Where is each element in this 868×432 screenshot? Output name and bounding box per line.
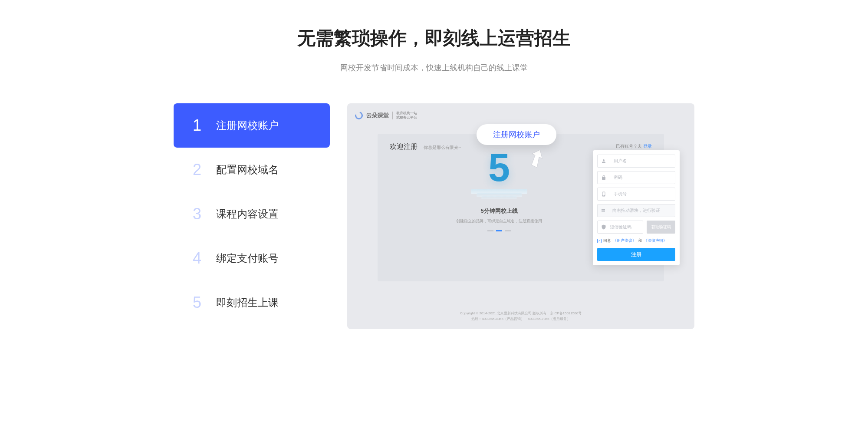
phone-input[interactable]: 手机号 — [597, 188, 675, 201]
slider-icon — [601, 208, 606, 213]
carousel-indicator — [487, 230, 511, 231]
user-agreement-link[interactable]: 《用户协议》 — [613, 238, 636, 244]
sms-code-input[interactable]: 短信验证码 — [597, 221, 643, 234]
step-2[interactable]: 2 配置网校域名 — [174, 148, 330, 192]
agreement-checkbox[interactable]: ✓ — [597, 239, 602, 243]
step-number: 2 — [191, 161, 203, 179]
legal-statement-link[interactable]: 《法律声明》 — [644, 238, 667, 244]
placeholder: 用户名 — [614, 158, 627, 164]
welcome-subtitle: 你总是那么有眼光~ — [424, 145, 461, 151]
step-number: 3 — [191, 205, 203, 223]
step-label: 注册网校账户 — [216, 119, 279, 132]
logo-tagline: 式服务云平台 — [396, 115, 417, 120]
shield-icon — [601, 224, 606, 230]
step-label: 即刻招生上课 — [216, 296, 279, 310]
preview-logo: 云朵课堂 教育机构一站 式服务云平台 — [355, 111, 417, 119]
steps-list: 1 注册网校账户 2 配置网校域名 3 课程内容设置 4 绑定支付账号 5 即刻… — [174, 103, 330, 329]
placeholder: 密码 — [614, 175, 622, 181]
password-input[interactable]: 密码 — [597, 171, 675, 184]
step-5[interactable]: 5 即刻招生上课 — [174, 280, 330, 325]
floating-tip-bubble: 注册网校账户 — [477, 124, 556, 145]
user-icon — [601, 158, 606, 164]
illustration-title: 5分钟网校上线 — [480, 207, 517, 215]
slider-text: 向右拖动滑块，进行验证 — [612, 208, 660, 214]
step-4[interactable]: 4 绑定支付账号 — [174, 236, 330, 280]
placeholder: 短信验证码 — [610, 224, 631, 230]
step-3[interactable]: 3 课程内容设置 — [174, 192, 330, 236]
step-1[interactable]: 1 注册网校账户 — [174, 103, 330, 148]
step-number: 1 — [191, 116, 203, 135]
page-title: 无需繁琐操作，即刻线上运营招生 — [0, 26, 868, 50]
step-number: 4 — [191, 249, 203, 267]
placeholder: 手机号 — [614, 191, 627, 197]
phone-icon — [601, 191, 606, 197]
lock-icon — [601, 175, 606, 180]
login-hint: 已有账号？去 登录 — [616, 143, 652, 149]
illustration-subtitle: 创建独立的品牌，可绑定自主域名，注册直接使用 — [456, 218, 542, 224]
step-label: 绑定支付账号 — [216, 251, 279, 265]
logo-text: 云朵课堂 — [366, 112, 393, 119]
register-button[interactable]: 注册 — [597, 248, 675, 261]
step-label: 课程内容设置 — [216, 207, 279, 221]
agreement-row: ✓ 同意 《用户协议》 和 《法律声明》 — [597, 238, 675, 244]
preview-panel: 云朵课堂 教育机构一站 式服务云平台 欢迎注册 你总是那么有眼光~ 已有账号？去… — [347, 103, 694, 329]
get-code-button[interactable]: 获取验证码 — [647, 221, 675, 234]
step-number: 5 — [191, 293, 203, 312]
page-subtitle: 网校开发节省时间成本，快速上线机构自己的线上课堂 — [0, 63, 868, 73]
preview-footer: Copyright © 2014-2021.北京昱新科技有限公司 版权所有 京I… — [347, 310, 694, 322]
registration-form: 用户名 密码 手机号 向右拖动滑块，进行验证 — [593, 150, 680, 265]
username-input[interactable]: 用户名 — [597, 155, 675, 168]
cloud-logo-icon — [354, 110, 365, 121]
step-label: 配置网校域名 — [216, 163, 279, 177]
slider-captcha[interactable]: 向右拖动滑块，进行验证 — [597, 204, 675, 217]
big-number-icon: 5 — [488, 151, 510, 185]
logo-tagline: 教育机构一站 — [396, 111, 417, 115]
login-link[interactable]: 登录 — [643, 144, 652, 148]
welcome-title: 欢迎注册 — [390, 142, 418, 152]
